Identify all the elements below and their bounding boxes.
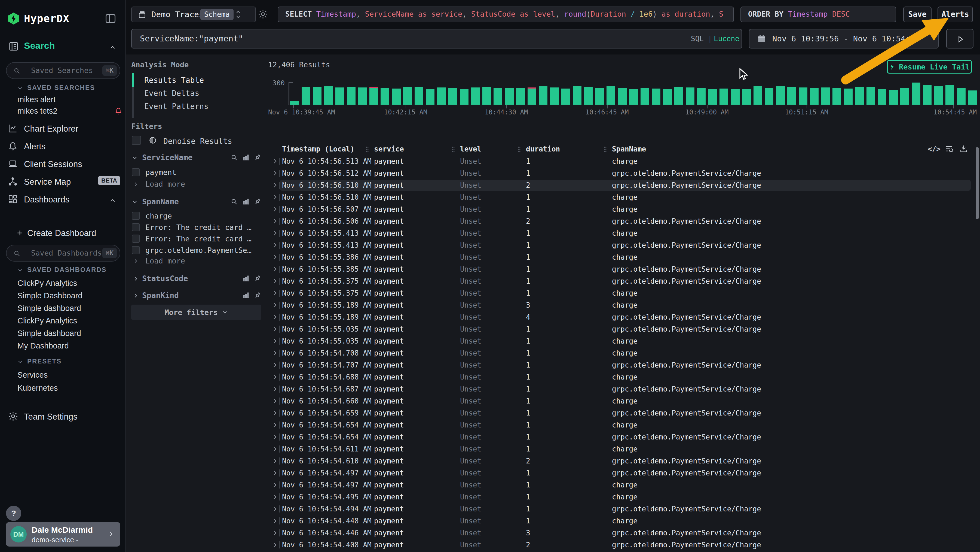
saved-searches-header[interactable]: SAVED SEARCHES [27,84,95,91]
row-expand-icon[interactable] [272,338,278,345]
row-expand-icon[interactable] [272,434,278,440]
table-row[interactable]: Nov 6 10:54:54.448 AMpaymentUnset1charge [269,515,975,527]
table-row[interactable]: Nov 6 10:54:55.385 AMpaymentUnset1grpc.o… [269,263,975,275]
row-expand-icon[interactable] [272,374,278,380]
histogram-bar[interactable] [799,88,807,105]
chevron-right-icon[interactable] [132,275,139,282]
table-row[interactable]: Nov 6 10:54:54.708 AMpaymentUnset1charge [269,347,975,359]
row-expand-icon[interactable] [272,242,278,249]
saved-dashboard-item[interactable]: ClickPy Analytics [18,277,125,289]
table-row[interactable]: Nov 6 10:54:56.507 AMpaymentUnset1charge [269,203,975,215]
table-row[interactable]: Nov 6 10:54:55.413 AMpaymentUnset1grpc.o… [269,239,975,251]
histogram-bar[interactable] [606,86,615,105]
table-row[interactable]: Nov 6 10:54:54.497 AMpaymentUnset1grpc.o… [269,467,975,479]
facet-item[interactable]: payment [132,167,260,178]
chevron-down-icon[interactable] [17,267,24,274]
histogram-bar[interactable] [539,86,547,105]
histogram-bar[interactable] [426,89,434,105]
histogram-bar[interactable] [945,85,954,105]
row-expand-icon[interactable] [272,494,278,500]
column-header-timestamp[interactable]: Timestamp (Local) [282,145,355,153]
histogram-bar[interactable] [324,86,333,105]
facet-item[interactable]: grpc.oteldemo.PaymentSe… [132,245,260,256]
facet-item[interactable]: charge [132,211,260,222]
histogram-bar[interactable] [821,88,830,105]
table-row[interactable]: Nov 6 10:54:54.611 AMpaymentUnset1charge [269,443,975,455]
column-header-service[interactable]: service [374,145,404,153]
facet-checkbox[interactable] [132,168,140,176]
row-expand-icon[interactable] [272,218,278,225]
chevron-down-icon[interactable] [131,198,138,206]
histogram-bar[interactable] [629,89,638,105]
chevron-up-icon[interactable] [109,197,116,204]
sidebar-item-alerts[interactable]: Alerts [24,142,45,152]
histogram-bar[interactable] [573,86,581,105]
row-expand-icon[interactable] [272,470,278,476]
table-row[interactable]: Nov 6 10:54:55.189 AMpaymentUnset4grpc.o… [269,311,975,323]
sidebar-item-team-settings[interactable]: Team Settings [24,412,77,422]
row-expand-icon[interactable] [272,278,278,284]
table-row[interactable]: Nov 6 10:54:55.035 AMpaymentUnset1charge [269,335,975,347]
facet-item[interactable]: Error: The credit card … [132,233,260,245]
row-expand-icon[interactable] [272,350,278,356]
table-row[interactable]: Nov 6 10:54:54.654 AMpaymentUnset1charge [269,419,975,431]
table-row[interactable]: Nov 6 10:54:56.513 AMpaymentUnset1charge [269,155,975,167]
histogram-bar[interactable] [403,87,412,105]
histogram-bar[interactable] [449,88,457,105]
histogram-bar[interactable] [505,88,514,105]
saved-dashboards-input[interactable]: Saved Dashboards ⌘K [6,245,120,262]
table-row[interactable]: Nov 6 10:54:56.510 AMpaymentUnset1charge [269,191,975,203]
facet-chart-icon[interactable] [242,198,250,206]
histogram-bar[interactable] [934,86,943,105]
histogram-bar[interactable] [923,85,932,105]
table-row[interactable]: Nov 6 10:54:54.495 AMpaymentUnset1charge [269,491,975,503]
histogram-bar[interactable] [765,88,773,105]
histogram-bar[interactable] [754,86,762,105]
histogram-bar[interactable] [641,88,649,105]
histogram-bar[interactable] [810,88,819,105]
facet-chart-icon[interactable] [242,292,250,299]
facet-checkbox[interactable] [132,223,140,231]
histogram-bar[interactable] [697,88,706,105]
histogram-bar[interactable] [380,88,389,105]
histogram-bar[interactable] [595,88,604,105]
histogram-bar[interactable] [742,89,751,105]
facet-pin-icon[interactable] [254,274,261,282]
saved-dashboard-item[interactable]: Simple dashboard [18,302,125,314]
help-button[interactable]: ? [6,506,21,521]
histogram-bar[interactable] [584,87,593,105]
saved-dashboards-header[interactable]: SAVED DASHBOARDS [27,266,107,274]
row-expand-icon[interactable] [272,410,278,416]
row-expand-icon[interactable] [272,506,278,512]
table-row[interactable]: Nov 6 10:54:55.386 AMpaymentUnset1charge [269,251,975,263]
facet-checkbox[interactable] [132,212,140,220]
row-expand-icon[interactable] [272,518,278,524]
row-expand-icon[interactable] [272,458,278,464]
histogram-bar[interactable] [731,89,740,105]
create-dashboard-button[interactable]: Create Dashboard [27,228,96,238]
gear-icon[interactable] [258,9,269,20]
histogram-bar[interactable] [776,86,785,105]
sidebar-item-chart-explorer[interactable]: Chart Explorer [24,124,78,134]
saved-dashboard-item[interactable]: ClickPy Analytics [18,314,125,327]
histogram-bar[interactable] [663,89,672,105]
row-expand-icon[interactable] [272,398,278,404]
histogram-bar[interactable] [867,87,875,105]
row-expand-icon[interactable] [272,386,278,392]
column-header-level[interactable]: level [460,145,481,153]
alerts-button[interactable]: Alerts [937,6,973,22]
histogram-bar[interactable] [493,88,502,105]
row-expand-icon[interactable] [272,194,278,201]
row-expand-icon[interactable] [272,446,278,452]
histogram-bar[interactable] [912,83,920,105]
row-expand-icon[interactable] [272,326,278,332]
row-expand-icon[interactable] [272,482,278,488]
saved-dashboard-item[interactable]: My Dashboard [18,340,125,352]
facet-statuscode-label[interactable]: StatusCode [142,274,188,283]
user-menu[interactable]: DM Dale McDiarmid demo-service - [6,522,120,547]
histogram-bar[interactable] [686,88,694,105]
histogram-bar[interactable] [561,89,570,105]
facet-pin-icon[interactable] [254,198,261,206]
histogram-bar[interactable] [889,90,898,105]
table-row[interactable]: Nov 6 10:54:55.413 AMpaymentUnset1charge [269,227,975,239]
